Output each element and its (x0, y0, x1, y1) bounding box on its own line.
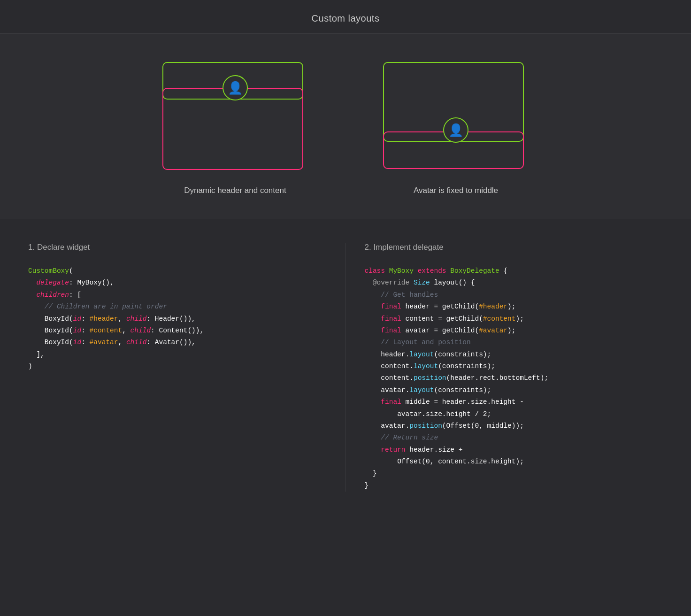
avatar-person-icon: 👤 (228, 82, 243, 94)
diagrams-section: 👤 Dynamic header and content 👤 Avatar is… (0, 34, 691, 219)
section1-title: 1. Declare widget (28, 243, 327, 252)
code-column-1: 1. Declare widget CustomBoxy( delegate: … (28, 243, 346, 492)
diagram1-container: 👤 Dynamic header and content (162, 62, 308, 195)
avatar-person-icon-2: 👤 (448, 124, 463, 136)
section2-title: 2. Implement delegate (365, 243, 663, 252)
page-title: Custom layouts (0, 13, 691, 24)
page-header: Custom layouts (0, 0, 691, 34)
code-column-2: 2. Implement delegate class MyBoxy exten… (346, 243, 663, 492)
code-section: 1. Declare widget CustomBoxy( delegate: … (0, 219, 691, 520)
diagram2-container: 👤 Avatar is fixed to middle (383, 62, 529, 195)
diagram2-caption: Avatar is fixed to middle (414, 186, 498, 195)
diagram1: 👤 (162, 62, 308, 175)
diagram1-avatar: 👤 (223, 75, 248, 100)
diagram2-avatar: 👤 (443, 117, 468, 143)
diagram1-caption: Dynamic header and content (184, 186, 286, 195)
diagram2: 👤 (383, 62, 529, 175)
code-block-1: CustomBoxy( delegate: MyBoxy(), children… (28, 265, 327, 372)
code-block-2: class MyBoxy extends BoxyDelegate { @ove… (365, 265, 663, 492)
